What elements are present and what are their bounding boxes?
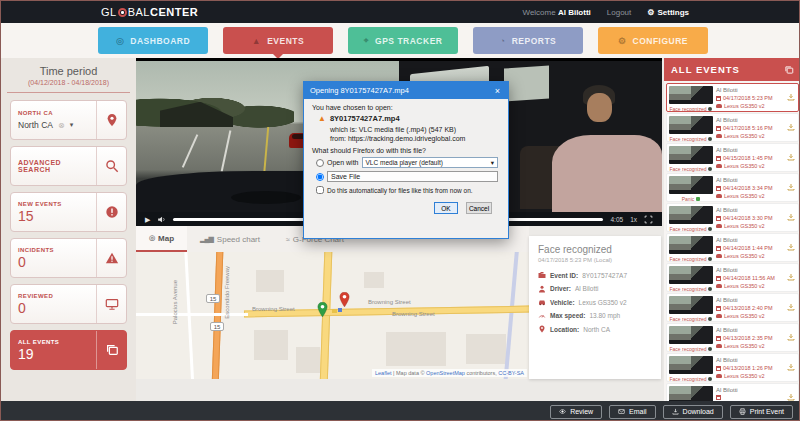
open-with-select[interactable]: VLC media player (default) ▾ [362,157,498,168]
download-icon[interactable] [787,177,795,185]
event-vehicle: Lexus GS350 v2 [724,373,765,379]
logo-text: GL [101,6,117,18]
car-icon [538,298,546,306]
alert-badge-icon [96,193,126,231]
map-marker-green[interactable] [317,302,328,317]
logout-button[interactable]: Logout [607,8,631,17]
tab-speed-chart[interactable]: ▂▄▆Speed chart [187,226,273,252]
tab-gps-tracker[interactable]: ⌖GPS TRACKER [348,27,458,54]
download-icon[interactable] [787,327,795,335]
event-list-item[interactable]: Face recognized Al Bilotti 04/17/2018 5:… [666,83,799,112]
search-icon [96,147,126,185]
car-icon [716,344,722,348]
counter-new-events[interactable]: NEW EVENTS 15 [10,192,127,232]
download-icon[interactable] [787,267,795,275]
email-button[interactable]: Email [609,405,656,419]
open-with-radio[interactable] [316,159,324,167]
remember-checkbox[interactable] [316,186,324,194]
event-list-item[interactable]: Panic Al Bilotti 04/14/2018 3:34 PM Lexu… [666,173,799,202]
download-icon[interactable] [787,297,795,305]
map-marker-blue[interactable] [338,308,342,312]
event-tag-label: Panic [682,196,695,202]
tab-dashboard[interactable]: ◎DASHBOARD [98,27,208,54]
tab-map[interactable]: ◎Map [136,226,187,252]
counter-reviewed[interactable]: REVIEWED 0 [10,284,127,324]
time-period-range: (04/12/2018 - 04/18/2018) [10,79,127,86]
dialog-title: Opening 8Y01757427A7.mp4 [310,86,409,95]
event-tag-icon [708,287,712,291]
clear-icon[interactable]: ⊗ [58,121,65,130]
event-thumbnail [669,386,713,401]
event-list-item[interactable]: Face recognized Al Bilotti 04/14/2018 3:… [666,203,799,232]
event-list-item[interactable]: Face recognized Al Bilotti 04/13/2018 2:… [666,293,799,322]
event-driver-name: Al Bilotti [716,87,796,93]
street-label: Browning Street [392,311,435,317]
event-list-item[interactable]: Face recognized Al Bilotti 04/14/2018 1:… [666,233,799,262]
tab-configure[interactable]: ⚙CONFIGURE [598,27,708,54]
calendar-icon [716,276,721,281]
car-icon [716,254,722,258]
download-icon[interactable] [787,87,795,95]
map-marker-red[interactable] [339,292,350,307]
file-type-row: which is: VLC media file (.mp4) (547 KB) [330,126,500,133]
counter-all-events[interactable]: ALL EVENTS 19 [10,330,127,370]
street-label: Escondido Freeway [224,266,230,319]
advanced-search-label: ADVANCED SEARCH [18,159,89,173]
event-tag-label: Face recognized [670,136,707,142]
save-file-radio[interactable] [316,173,324,181]
download-icon[interactable] [787,387,795,395]
chevron-down-icon[interactable]: ▾ [70,121,74,129]
copy-icon[interactable] [784,65,794,75]
wrench-icon: ⚙ [618,36,627,46]
download-icon[interactable] [787,117,795,125]
download-icon[interactable] [787,207,795,215]
event-list-item[interactable]: Al Bilotti [666,383,799,401]
street-label: Palocios Avenue [172,280,178,324]
event-tag-label: Face recognized [670,286,707,292]
event-tag-label: Face recognized [670,106,707,112]
play-button[interactable]: ▶ [145,216,150,223]
event-thumbnail [669,116,713,134]
street-label: Browning Street [252,306,295,312]
event-list-item[interactable]: Face recognized Al Bilotti 04/14/2018 11… [666,263,799,292]
tab-reports[interactable]: ◔REPORTS [473,27,583,54]
download-icon[interactable] [787,357,795,365]
license-link[interactable]: CC-BY-SA [498,370,524,376]
volume-icon[interactable] [157,210,166,226]
new-events-count: 15 [18,209,89,223]
close-icon[interactable]: × [493,86,502,96]
dialog-title-bar[interactable]: Opening 8Y01757427A7.mp4 × [304,82,508,99]
event-date: 04/17/2018 5:23 PM [723,95,773,101]
counter-incidents[interactable]: INCIDENTS 0 [10,238,127,278]
calendar-icon [716,96,721,101]
event-list-item[interactable]: Face recognized Al Bilotti 04/13/2018 1:… [666,353,799,382]
event-date: 04/13/2018 2:40 PM [723,305,773,311]
osm-link[interactable]: OpenStreetMap [426,370,465,376]
tab-events[interactable]: ▲EVENTS [223,27,333,54]
event-list-item[interactable]: Face recognized Al Bilotti 04/13/2018 2:… [666,323,799,352]
event-list-item[interactable]: Face recognized Al Bilotti 04/17/2018 5:… [666,113,799,142]
advanced-search-card[interactable]: ADVANCED SEARCH [10,146,127,186]
location-select[interactable]: North CA ⊗ ▾ [18,120,89,130]
leaflet-link[interactable]: Leaflet [375,370,392,376]
print-event-button[interactable]: Print Event [730,405,793,419]
map-marker-yellow[interactable] [332,309,337,313]
left-sidebar: Time period (04/12/2018 - 04/18/2018) NO… [1,58,136,401]
gps-target-icon: ⌖ [364,35,370,46]
event-list-item[interactable]: Face recognized Al Bilotti 04/15/2018 1:… [666,143,799,172]
download-icon[interactable] [787,237,795,245]
download-icon[interactable] [787,147,795,155]
fullscreen-icon[interactable] [644,210,653,226]
road-browning-west [136,313,248,316]
playback-rate-button[interactable]: 1x [630,216,637,223]
cancel-button[interactable]: Cancel [466,202,492,214]
download-button[interactable]: Download [663,405,723,419]
map-view[interactable]: 15 15 Browning Street Browning Street Br… [136,252,529,379]
event-tag-label: Face recognized [670,256,707,262]
wave-icon: ≈ [286,236,289,243]
ok-button[interactable]: OK [434,202,458,214]
review-button[interactable]: Review [550,405,602,419]
location-value: North CA [18,120,53,130]
settings-button[interactable]: ⚙Settings [647,8,689,17]
event-vehicle: Lexus GS350 v2 [724,163,765,169]
